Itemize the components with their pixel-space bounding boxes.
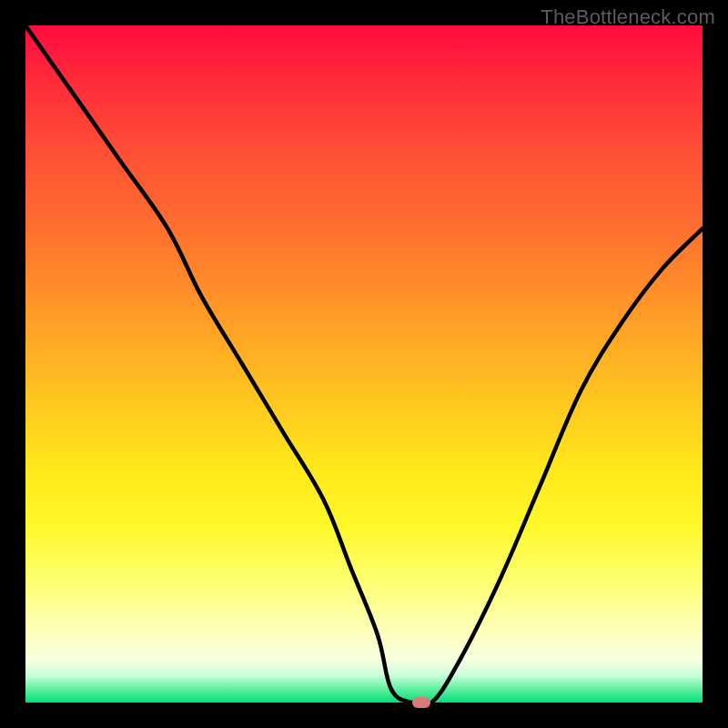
- bottleneck-curve: [25, 25, 703, 703]
- chart-frame: TheBottleneck.com: [0, 0, 728, 728]
- watermark-text: TheBottleneck.com: [541, 5, 715, 29]
- minimum-marker: [412, 697, 430, 708]
- plot-area: [25, 25, 703, 703]
